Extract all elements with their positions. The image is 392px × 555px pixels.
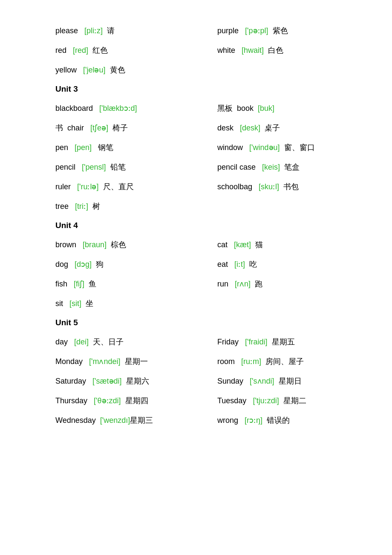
entry-white: white [hwait] 白色 bbox=[217, 45, 337, 55]
row-please-purple: please [pliːz] 请 purple ['pəːpl] 紫色 bbox=[55, 26, 337, 36]
entry-pen: pen [pen] 钢笔 bbox=[55, 142, 217, 153]
row-blackboard-book: blackboard ['blækbɔːd] 黑板 book [buk] bbox=[55, 103, 337, 113]
unit5-heading: Unit 5 bbox=[55, 318, 337, 327]
row-yellow: yellow ['jelәu] 黄色 bbox=[55, 65, 337, 75]
entry-desk: desk [desk] 桌子 bbox=[217, 123, 337, 133]
entry-wrong: wrong [rɔːŋ] 错误的 bbox=[217, 415, 337, 425]
entry-eat: eat [iːt] 吃 bbox=[217, 259, 337, 269]
row-monday-room: Monday ['mʌndei] 星期一 room [ruːm] 房间、屋子 bbox=[55, 356, 337, 367]
entry-window: window ['windәu] 窗、窗口 bbox=[217, 142, 337, 153]
row-pencil-pencilcase: pencil ['pensl] 铅笔 pencil case [keis] 笔盒 bbox=[55, 162, 337, 172]
entry-chair: 书 chair [tʃeə] 椅子 bbox=[55, 123, 217, 133]
row-wednesday-wrong: Wednesday ['wenzdı]星期三 wrong [rɔːŋ] 错误的 bbox=[55, 415, 337, 425]
entry-day: day [dei] 天、日子 bbox=[55, 337, 217, 347]
row-fish-run: fish [fiʃ] 鱼 run [rʌn] 跑 bbox=[55, 279, 337, 289]
unit3-heading: Unit 3 bbox=[55, 84, 337, 94]
entry-cat: cat [kæt] 猫 bbox=[217, 240, 337, 250]
row-day-friday: day [dei] 天、日子 Friday ['fraidi] 星期五 bbox=[55, 337, 337, 347]
entry-ruler: ruler ['ruːlə] 尺、直尺 bbox=[55, 182, 217, 192]
entry-wednesday: Wednesday ['wenzdı]星期三 bbox=[55, 415, 217, 425]
row-dog-eat: dog [dɔg] 狗 eat [iːt] 吃 bbox=[55, 259, 337, 269]
entry-friday: Friday ['fraidi] 星期五 bbox=[217, 337, 337, 347]
entry-sit: sit [sit] 坐 bbox=[55, 298, 217, 309]
row-brown-cat: brown [braun] 棕色 cat [kæt] 猫 bbox=[55, 240, 337, 250]
unit4-heading: Unit 4 bbox=[55, 221, 337, 230]
entry-red: red [red] 红色 bbox=[55, 45, 217, 55]
row-ruler-schoolbag: ruler ['ruːlə] 尺、直尺 schoolbag [skuːl] 书包 bbox=[55, 182, 337, 192]
entry-yellow: yellow ['jelәu] 黄色 bbox=[55, 65, 217, 75]
page-content: please [pliːz] 请 purple ['pəːpl] 紫色 red … bbox=[55, 26, 337, 425]
entry-dog: dog [dɔg] 狗 bbox=[55, 259, 217, 269]
entry-thursday: Thursday ['θəːzdi] 星期四 bbox=[55, 396, 217, 406]
entry-sunday: Sunday ['sʌndi] 星期日 bbox=[217, 376, 337, 386]
entry-please: please [pliːz] 请 bbox=[55, 26, 217, 36]
entry-pencilcase: pencil case [keis] 笔盒 bbox=[217, 162, 337, 172]
row-tree: tree [triː] 树 bbox=[55, 201, 337, 211]
entry-pencil: pencil ['pensl] 铅笔 bbox=[55, 162, 217, 172]
entry-brown: brown [braun] 棕色 bbox=[55, 240, 217, 250]
entry-fish: fish [fiʃ] 鱼 bbox=[55, 279, 217, 289]
entry-book: 黑板 book [buk] bbox=[217, 103, 337, 113]
entry-tree: tree [triː] 树 bbox=[55, 201, 217, 211]
row-saturday-sunday: Saturday ['sætədi] 星期六 Sunday ['sʌndi] 星… bbox=[55, 376, 337, 386]
entry-tuesday: Tuesday ['tjuːzdi] 星期二 bbox=[217, 396, 337, 406]
entry-blackboard: blackboard ['blækbɔːd] bbox=[55, 104, 217, 113]
entry-monday: Monday ['mʌndei] 星期一 bbox=[55, 356, 217, 367]
row-red-white: red [red] 红色 white [hwait] 白色 bbox=[55, 45, 337, 55]
entry-saturday: Saturday ['sætədi] 星期六 bbox=[55, 376, 217, 386]
row-sit: sit [sit] 坐 bbox=[55, 298, 337, 309]
entry-purple: purple ['pəːpl] 紫色 bbox=[217, 26, 337, 36]
entry-run: run [rʌn] 跑 bbox=[217, 279, 337, 289]
row-pen-window: pen [pen] 钢笔 window ['windәu] 窗、窗口 bbox=[55, 142, 337, 153]
row-chair-desk: 书 chair [tʃeə] 椅子 desk [desk] 桌子 bbox=[55, 123, 337, 133]
entry-room: room [ruːm] 房间、屋子 bbox=[217, 356, 337, 367]
row-thursday-tuesday: Thursday ['θəːzdi] 星期四 Tuesday ['tjuːzdi… bbox=[55, 396, 337, 406]
entry-schoolbag: schoolbag [skuːl] 书包 bbox=[217, 182, 337, 192]
